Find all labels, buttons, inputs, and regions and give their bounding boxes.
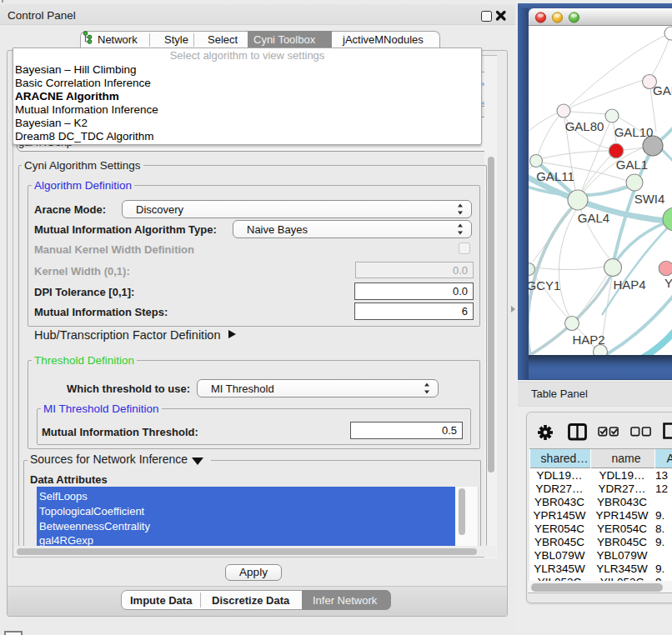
svg-text:GAL1: GAL1 [616,158,648,172]
svg-text:HAP4: HAP4 [613,278,645,292]
svg-text:GAL80: GAL80 [565,119,604,133]
svg-text:GAL10: GAL10 [614,125,654,139]
svg-text:YM: YM [664,276,672,290]
svg-text:GAL11: GAL11 [536,169,574,183]
svg-text:GCY1: GCY1 [529,278,560,292]
svg-text:HAP2: HAP2 [572,332,604,347]
svg-text:GAL7: GAL7 [653,83,672,98]
svg-text:GAL4: GAL4 [578,211,609,225]
svg-text:SWI4: SWI4 [634,192,665,206]
